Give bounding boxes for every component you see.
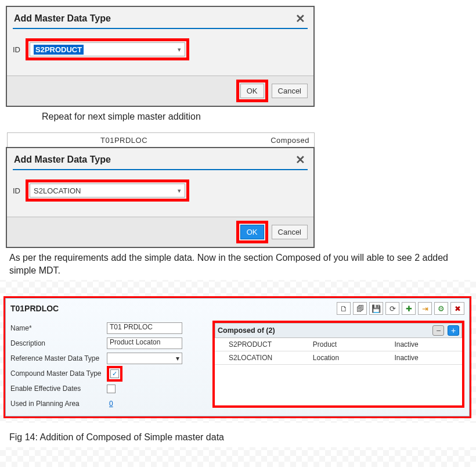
id-combobox[interactable]: S2PRODUCT ▾ xyxy=(30,42,185,56)
peek-id: T01PRDLOC xyxy=(100,136,147,145)
highlight-box: ✓ xyxy=(107,366,122,382)
description-input[interactable]: Product Locaton xyxy=(107,337,182,349)
save-icon[interactable]: 💾 xyxy=(369,302,383,315)
highlight-box: T01PRDLOC 🗋 🗐 💾 ⟳ ✚ ⇥ ⚙ ✖ Name* T01 PRDL… xyxy=(3,296,471,418)
chevron-down-icon: ▾ xyxy=(178,46,181,53)
row-status: Inactive xyxy=(380,338,462,351)
row-id: S2PRODUCT xyxy=(215,338,299,351)
process-icon[interactable]: ⚙ xyxy=(434,302,448,315)
new-icon[interactable]: 🗋 xyxy=(337,302,351,315)
id-value: S2PRODUCT xyxy=(34,45,84,55)
chevron-down-icon: ▾ xyxy=(176,354,179,362)
reference-mdt-combobox[interactable]: ▾ xyxy=(107,353,182,364)
add-row-button[interactable]: + xyxy=(448,325,459,336)
close-icon[interactable]: ✕ xyxy=(295,13,305,24)
highlight-box: OK xyxy=(236,80,268,102)
highlight-box: OK xyxy=(236,221,268,243)
import-icon[interactable]: ⇥ xyxy=(418,302,432,315)
dialog-title: Add Master Data Type xyxy=(14,155,111,165)
row-name: Location xyxy=(299,351,381,365)
copy-icon[interactable]: 🗐 xyxy=(353,302,367,315)
add-green-icon[interactable]: ✚ xyxy=(402,302,416,315)
compound-mdt-label: Compound Master Data Type xyxy=(10,369,103,378)
row-status: Inactive xyxy=(380,351,462,365)
detail-panel: T01PRDLOC 🗋 🗐 💾 ⟳ ✚ ⇥ ⚙ ✖ Name* T01 PRDL… xyxy=(5,298,470,416)
highlight-box: Composed of (2) − + S2PRODUCT Product In… xyxy=(212,321,464,408)
table-row[interactable]: S2LOCATION Location Inactive xyxy=(215,351,462,365)
id-label: ID xyxy=(13,45,23,54)
ok-button[interactable]: OK xyxy=(240,84,264,98)
caption-text: Repeat for next simple master addition xyxy=(0,107,476,128)
form-column: Name* T01 PRDLOC Description Product Loc… xyxy=(10,321,208,411)
add-master-data-type-dialog-1: Add Master Data Type ✕ ID S2PRODUCT ▾ OK… xyxy=(6,6,315,107)
close-icon[interactable]: ✕ xyxy=(295,154,305,166)
delete-icon[interactable]: ✖ xyxy=(450,302,464,315)
row-name: Product xyxy=(299,338,381,351)
table-row[interactable]: S2PRODUCT Product Inactive xyxy=(215,338,462,351)
id-value: S2LOCATION xyxy=(34,186,81,195)
highlight-box: S2LOCATION ▾ xyxy=(26,179,189,202)
composed-of-title: Composed of (2) xyxy=(218,326,275,335)
description-label: Description xyxy=(10,339,103,347)
figure-caption: Fig 14: Addition of Composed of Simple m… xyxy=(0,423,476,447)
detail-header: T01PRDLOC xyxy=(10,304,59,313)
detail-toolbar: 🗋 🗐 💾 ⟳ ✚ ⇥ ⚙ ✖ xyxy=(337,302,464,315)
effective-dates-checkbox[interactable] xyxy=(107,385,116,393)
id-label: ID xyxy=(13,186,23,195)
effective-dates-label: Enable Effective Dates xyxy=(10,385,103,393)
remove-row-button[interactable]: − xyxy=(432,325,444,336)
row-id: S2LOCATION xyxy=(215,351,299,365)
name-input[interactable]: T01 PRDLOC xyxy=(107,322,182,334)
refresh-icon[interactable]: ⟳ xyxy=(385,302,399,315)
planning-area-value[interactable]: 0 xyxy=(107,400,113,408)
ok-button[interactable]: OK xyxy=(240,225,264,239)
chevron-down-icon: ▾ xyxy=(178,187,181,195)
peek-col: Composed xyxy=(271,136,309,145)
dialog-title: Add Master Data Type xyxy=(14,13,111,24)
composed-table: S2PRODUCT Product Inactive S2LOCATION Lo… xyxy=(215,338,462,365)
cancel-button[interactable]: Cancel xyxy=(272,84,308,98)
planning-area-label: Used in Planning Area xyxy=(10,400,103,408)
add-master-data-type-dialog-2: Add Master Data Type ✕ ID S2LOCATION ▾ O… xyxy=(6,147,315,248)
background-table-row: T01PRDLOC Composed xyxy=(7,132,315,148)
highlight-box: S2PRODUCT ▾ xyxy=(26,38,189,60)
name-label: Name* xyxy=(10,324,103,332)
composed-of-panel: Composed of (2) − + S2PRODUCT Product In… xyxy=(215,323,462,405)
id-combobox[interactable]: S2LOCATION ▾ xyxy=(30,184,185,197)
reference-mdt-label: Reference Master Data Type xyxy=(10,354,103,362)
compound-checkbox[interactable]: ✓ xyxy=(110,369,119,378)
cancel-button[interactable]: Cancel xyxy=(272,225,308,239)
instruction-text: As per the requirements add the simple d… xyxy=(0,248,476,280)
